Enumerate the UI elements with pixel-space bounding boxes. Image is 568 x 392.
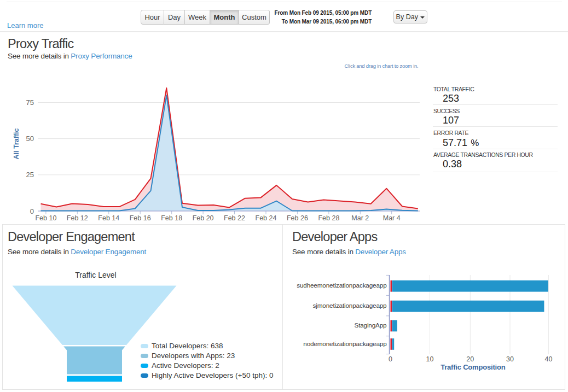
svg-text:StagingApp: StagingApp — [354, 321, 387, 329]
svg-text:Feb 26: Feb 26 — [287, 214, 308, 222]
svg-text:sudheemonetizationpackageapp: sudheemonetizationpackageapp — [297, 282, 387, 289]
svg-text:Feb 22: Feb 22 — [224, 214, 245, 222]
svg-text:Feb 18: Feb 18 — [161, 214, 182, 222]
svg-text:50: 50 — [26, 134, 34, 143]
svg-text:Feb 16: Feb 16 — [130, 214, 151, 222]
svg-text:25: 25 — [26, 171, 34, 179]
svg-text:40: 40 — [544, 355, 552, 363]
svg-text:0: 0 — [30, 207, 34, 215]
svg-text:Feb 14: Feb 14 — [98, 214, 119, 222]
svg-text:Feb 10: Feb 10 — [35, 214, 56, 222]
svg-text:nodemonetizationpackageapp: nodemonetizationpackageapp — [303, 340, 387, 348]
svg-text:0: 0 — [389, 355, 392, 363]
svg-text:10: 10 — [426, 355, 434, 363]
svg-text:All Traffic: All Traffic — [13, 128, 20, 159]
svg-text:Feb 24: Feb 24 — [256, 214, 277, 222]
svg-text:20: 20 — [466, 355, 474, 363]
svg-text:75: 75 — [26, 98, 34, 107]
svg-text:Traffic Composition: Traffic Composition — [441, 363, 506, 371]
svg-text:Mar 4: Mar 4 — [383, 214, 401, 222]
svg-text:Mar 2: Mar 2 — [351, 214, 369, 222]
svg-text:30: 30 — [506, 355, 514, 363]
svg-text:Feb 20: Feb 20 — [193, 214, 214, 222]
svg-text:sjmonetizationpackageapp: sjmonetizationpackageapp — [313, 302, 387, 309]
svg-text:Feb 12: Feb 12 — [67, 214, 88, 222]
svg-text:Feb 28: Feb 28 — [318, 214, 339, 222]
